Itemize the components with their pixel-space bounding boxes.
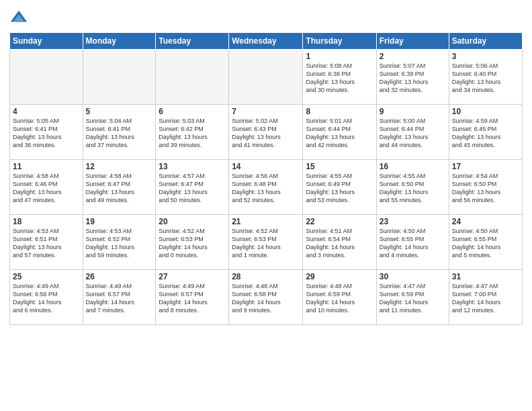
day-info: Sunrise: 4:49 AM Sunset: 6:57 PM Dayligh… — [159, 282, 226, 315]
day-cell: 11Sunrise: 4:58 AM Sunset: 6:46 PM Dayli… — [10, 160, 83, 215]
day-info: Sunrise: 5:05 AM Sunset: 6:41 PM Dayligh… — [13, 117, 80, 150]
day-cell: 14Sunrise: 4:56 AM Sunset: 6:48 PM Dayli… — [229, 160, 303, 215]
day-info: Sunrise: 4:52 AM Sunset: 6:53 PM Dayligh… — [232, 227, 300, 260]
day-number: 2 — [380, 52, 446, 61]
day-number: 6 — [159, 107, 226, 116]
day-cell: 28Sunrise: 4:48 AM Sunset: 6:58 PM Dayli… — [229, 270, 303, 325]
day-number: 31 — [452, 272, 519, 281]
day-info: Sunrise: 5:06 AM Sunset: 6:40 PM Dayligh… — [452, 62, 519, 95]
day-info: Sunrise: 4:49 AM Sunset: 6:57 PM Dayligh… — [86, 282, 153, 315]
day-info: Sunrise: 5:03 AM Sunset: 6:42 PM Dayligh… — [159, 117, 226, 150]
day-number: 12 — [86, 162, 153, 171]
page: SundayMondayTuesdayWednesdayThursdayFrid… — [0, 0, 532, 411]
calendar-body: 1Sunrise: 5:08 AM Sunset: 6:38 PM Daylig… — [10, 50, 523, 325]
column-header-friday: Friday — [376, 33, 449, 50]
day-number: 28 — [232, 272, 300, 281]
day-info: Sunrise: 5:04 AM Sunset: 6:41 PM Dayligh… — [86, 117, 153, 150]
day-number: 16 — [380, 162, 446, 171]
day-cell: 9Sunrise: 5:00 AM Sunset: 6:44 PM Daylig… — [376, 105, 449, 160]
column-header-wednesday: Wednesday — [229, 33, 303, 50]
day-number: 22 — [306, 217, 373, 226]
header-row: SundayMondayTuesdayWednesdayThursdayFrid… — [10, 33, 523, 50]
day-info: Sunrise: 4:56 AM Sunset: 6:48 PM Dayligh… — [232, 172, 300, 205]
day-cell: 8Sunrise: 5:01 AM Sunset: 6:44 PM Daylig… — [303, 105, 376, 160]
day-number: 10 — [452, 107, 519, 116]
day-cell: 5Sunrise: 5:04 AM Sunset: 6:41 PM Daylig… — [83, 105, 156, 160]
day-number: 23 — [380, 217, 446, 226]
column-header-saturday: Saturday — [449, 33, 522, 50]
day-info: Sunrise: 4:53 AM Sunset: 6:51 PM Dayligh… — [13, 227, 80, 260]
day-cell: 1Sunrise: 5:08 AM Sunset: 6:38 PM Daylig… — [303, 50, 376, 105]
day-cell — [83, 50, 156, 105]
day-number: 8 — [306, 107, 373, 116]
day-number: 3 — [452, 52, 519, 61]
day-cell: 20Sunrise: 4:52 AM Sunset: 6:53 PM Dayli… — [156, 215, 229, 270]
day-cell: 31Sunrise: 4:47 AM Sunset: 7:00 PM Dayli… — [449, 270, 522, 325]
day-cell — [10, 50, 83, 105]
day-number: 21 — [232, 217, 300, 226]
column-header-monday: Monday — [83, 33, 156, 50]
day-number: 26 — [86, 272, 153, 281]
day-info: Sunrise: 4:57 AM Sunset: 6:47 PM Dayligh… — [159, 172, 226, 205]
day-info: Sunrise: 4:52 AM Sunset: 6:53 PM Dayligh… — [159, 227, 226, 260]
day-cell: 21Sunrise: 4:52 AM Sunset: 6:53 PM Dayli… — [229, 215, 303, 270]
day-number: 20 — [159, 217, 226, 226]
day-info: Sunrise: 4:58 AM Sunset: 6:47 PM Dayligh… — [86, 172, 153, 205]
column-header-tuesday: Tuesday — [156, 33, 229, 50]
day-info: Sunrise: 4:55 AM Sunset: 6:50 PM Dayligh… — [380, 172, 446, 205]
day-cell: 10Sunrise: 4:59 AM Sunset: 6:45 PM Dayli… — [449, 105, 522, 160]
day-number: 29 — [306, 272, 373, 281]
day-cell: 22Sunrise: 4:51 AM Sunset: 6:54 PM Dayli… — [303, 215, 376, 270]
day-cell: 6Sunrise: 5:03 AM Sunset: 6:42 PM Daylig… — [156, 105, 229, 160]
day-info: Sunrise: 4:47 AM Sunset: 7:00 PM Dayligh… — [452, 282, 519, 315]
day-cell: 24Sunrise: 4:50 AM Sunset: 6:55 PM Dayli… — [449, 215, 522, 270]
week-row-1: 1Sunrise: 5:08 AM Sunset: 6:38 PM Daylig… — [10, 50, 523, 105]
day-info: Sunrise: 5:00 AM Sunset: 6:44 PM Dayligh… — [380, 117, 446, 150]
day-info: Sunrise: 4:48 AM Sunset: 6:58 PM Dayligh… — [232, 282, 300, 315]
day-cell: 29Sunrise: 4:48 AM Sunset: 6:59 PM Dayli… — [303, 270, 376, 325]
day-info: Sunrise: 4:51 AM Sunset: 6:54 PM Dayligh… — [306, 227, 373, 260]
day-info: Sunrise: 4:50 AM Sunset: 6:55 PM Dayligh… — [380, 227, 446, 260]
day-number: 14 — [232, 162, 300, 171]
day-number: 4 — [13, 107, 80, 116]
week-row-4: 18Sunrise: 4:53 AM Sunset: 6:51 PM Dayli… — [10, 215, 523, 270]
week-row-2: 4Sunrise: 5:05 AM Sunset: 6:41 PM Daylig… — [10, 105, 523, 160]
day-cell: 15Sunrise: 4:55 AM Sunset: 6:49 PM Dayli… — [303, 160, 376, 215]
day-cell: 26Sunrise: 4:49 AM Sunset: 6:57 PM Dayli… — [83, 270, 156, 325]
day-number: 11 — [13, 162, 80, 171]
day-info: Sunrise: 4:49 AM Sunset: 6:56 PM Dayligh… — [13, 282, 80, 315]
day-info: Sunrise: 5:07 AM Sunset: 6:39 PM Dayligh… — [380, 62, 446, 95]
column-header-thursday: Thursday — [303, 33, 376, 50]
calendar-header: SundayMondayTuesdayWednesdayThursdayFrid… — [10, 33, 523, 50]
day-number: 27 — [159, 272, 226, 281]
day-cell: 23Sunrise: 4:50 AM Sunset: 6:55 PM Dayli… — [376, 215, 449, 270]
day-number: 15 — [306, 162, 373, 171]
logo-icon — [9, 8, 28, 27]
day-cell: 12Sunrise: 4:58 AM Sunset: 6:47 PM Dayli… — [83, 160, 156, 215]
day-cell: 13Sunrise: 4:57 AM Sunset: 6:47 PM Dayli… — [156, 160, 229, 215]
day-info: Sunrise: 4:59 AM Sunset: 6:45 PM Dayligh… — [452, 117, 519, 150]
day-info: Sunrise: 5:01 AM Sunset: 6:44 PM Dayligh… — [306, 117, 373, 150]
day-info: Sunrise: 4:50 AM Sunset: 6:55 PM Dayligh… — [452, 227, 519, 260]
calendar-table: SundayMondayTuesdayWednesdayThursdayFrid… — [9, 32, 523, 325]
day-info: Sunrise: 5:02 AM Sunset: 6:43 PM Dayligh… — [232, 117, 300, 150]
day-cell: 17Sunrise: 4:54 AM Sunset: 6:50 PM Dayli… — [449, 160, 522, 215]
logo — [9, 8, 31, 27]
day-cell: 27Sunrise: 4:49 AM Sunset: 6:57 PM Dayli… — [156, 270, 229, 325]
day-cell: 2Sunrise: 5:07 AM Sunset: 6:39 PM Daylig… — [376, 50, 449, 105]
day-number: 24 — [452, 217, 519, 226]
day-cell: 18Sunrise: 4:53 AM Sunset: 6:51 PM Dayli… — [10, 215, 83, 270]
day-info: Sunrise: 4:53 AM Sunset: 6:52 PM Dayligh… — [86, 227, 153, 260]
day-number: 18 — [13, 217, 80, 226]
day-cell: 30Sunrise: 4:47 AM Sunset: 6:59 PM Dayli… — [376, 270, 449, 325]
day-info: Sunrise: 4:54 AM Sunset: 6:50 PM Dayligh… — [452, 172, 519, 205]
day-number: 1 — [306, 52, 373, 61]
day-cell — [156, 50, 229, 105]
day-number: 9 — [380, 107, 446, 116]
day-info: Sunrise: 4:55 AM Sunset: 6:49 PM Dayligh… — [306, 172, 373, 205]
day-number: 25 — [13, 272, 80, 281]
day-info: Sunrise: 4:58 AM Sunset: 6:46 PM Dayligh… — [13, 172, 80, 205]
day-number: 7 — [232, 107, 300, 116]
day-number: 5 — [86, 107, 153, 116]
day-info: Sunrise: 5:08 AM Sunset: 6:38 PM Dayligh… — [306, 62, 373, 95]
